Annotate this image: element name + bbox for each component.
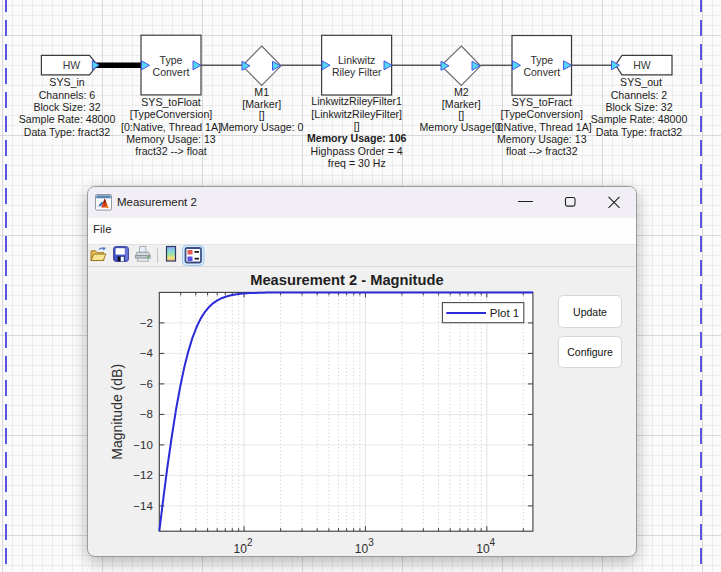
svg-text:103: 103: [355, 537, 374, 556]
svg-text:fract32 --> float: fract32 --> float: [135, 145, 207, 157]
svg-text:HW: HW: [63, 59, 81, 71]
svg-text:SYS_toFloat: SYS_toFloat: [141, 96, 201, 108]
svg-text:SYS_out: SYS_out: [620, 76, 662, 88]
svg-text:Data Type: fract32: Data Type: fract32: [24, 126, 110, 138]
svg-text:Data Type: fract32: Data Type: fract32: [596, 126, 682, 138]
svg-text:−2: −2: [140, 317, 153, 329]
svg-text:Channels: 2: Channels: 2: [611, 89, 668, 101]
svg-text:M2: M2: [454, 86, 469, 98]
svg-text:Highpass Order = 4: Highpass Order = 4: [311, 145, 403, 157]
svg-text:SYS_in: SYS_in: [49, 76, 84, 88]
svg-text:float --> fract32: float --> fract32: [506, 145, 578, 157]
svg-text:Memory Usage: 13: Memory Usage: 13: [497, 133, 587, 145]
svg-text:Riley Filter: Riley Filter: [332, 66, 382, 78]
svg-text:102: 102: [234, 537, 253, 556]
svg-text:[LinkwitzRileyFilter]: [LinkwitzRileyFilter]: [311, 108, 402, 120]
svg-text:Magnitude (dB): Magnitude (dB): [109, 364, 125, 460]
svg-text:Channels: 6: Channels: 6: [39, 89, 96, 101]
svg-text:Sample Rate: 48000: Sample Rate: 48000: [591, 113, 688, 125]
svg-text:[Marker]: [Marker]: [242, 98, 281, 110]
svg-text:Memory Usage: 106: Memory Usage: 106: [307, 132, 407, 144]
svg-text:−14: −14: [133, 500, 153, 512]
svg-text:LinkwitzRileyFilter1: LinkwitzRileyFilter1: [311, 95, 402, 107]
svg-text:Block Size: 32: Block Size: 32: [605, 101, 672, 113]
svg-text:[Marker]: [Marker]: [442, 98, 481, 110]
svg-text:Convert: Convert: [153, 66, 190, 78]
svg-text:Plot 1: Plot 1: [490, 307, 519, 319]
svg-text:SYS_toFract: SYS_toFract: [512, 96, 572, 108]
svg-text:[]: []: [259, 109, 265, 121]
svg-text:104: 104: [476, 537, 495, 556]
svg-text:Block Size: 32: Block Size: 32: [33, 101, 100, 113]
svg-text:[0:Native, Thread 1A]: [0:Native, Thread 1A]: [492, 121, 592, 133]
svg-text:M1: M1: [254, 86, 269, 98]
svg-text:HW: HW: [633, 59, 651, 71]
svg-text:−6: −6: [140, 378, 153, 390]
svg-text:−4: −4: [140, 347, 154, 359]
svg-text:[TypeConversion]: [TypeConversion]: [130, 108, 212, 120]
svg-text:[]: []: [354, 120, 360, 132]
svg-text:Measurement 2 - Magnitude: Measurement 2 - Magnitude: [250, 272, 443, 288]
svg-text:[TypeConversion]: [TypeConversion]: [501, 108, 583, 120]
svg-text:[]: []: [458, 109, 464, 121]
svg-text:−8: −8: [140, 408, 153, 420]
svg-text:Linkwitz: Linkwitz: [338, 54, 375, 66]
svg-text:−12: −12: [133, 469, 153, 481]
svg-text:Type: Type: [530, 54, 553, 66]
svg-text:Memory Usage: 0: Memory Usage: 0: [419, 121, 503, 133]
svg-text:freq = 30 Hz: freq = 30 Hz: [328, 157, 386, 169]
svg-text:Sample Rate: 48000: Sample Rate: 48000: [19, 113, 116, 125]
svg-text:[0:Native, Thread 1A]: [0:Native, Thread 1A]: [121, 121, 221, 133]
svg-text:−10: −10: [133, 439, 153, 451]
svg-text:Type: Type: [160, 54, 183, 66]
svg-text:Convert: Convert: [523, 66, 560, 78]
svg-text:Memory Usage: 0: Memory Usage: 0: [220, 121, 304, 133]
svg-text:Memory Usage: 13: Memory Usage: 13: [126, 133, 216, 145]
